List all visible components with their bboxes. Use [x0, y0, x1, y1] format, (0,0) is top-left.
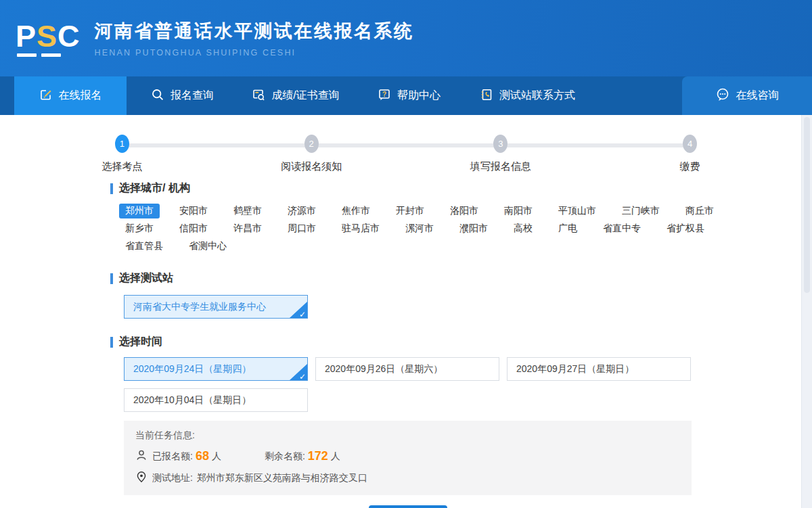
tab-label: 在线咨询 — [736, 89, 780, 103]
step-read-notice: 2 阅读报名须知 — [281, 135, 342, 173]
city-chip[interactable]: 漯河市 — [399, 221, 440, 236]
tab-label: 测试站联系方式 — [499, 89, 575, 103]
step-label: 阅读报名须知 — [281, 160, 342, 173]
tab-label: 报名查询 — [171, 89, 214, 103]
tab-help-center[interactable]: ? 帮助中心 — [353, 76, 465, 115]
step-number: 1 — [115, 135, 129, 153]
city-chip[interactable]: 省直中专 — [597, 221, 647, 236]
step-fill-info: 3 填写报名信息 — [470, 135, 531, 173]
time-slot-list: 2020年09月24日（星期四） ✓ 2020年09月26日（星期六） 2020… — [124, 357, 812, 412]
remaining-count: 172 — [308, 449, 328, 463]
city-chip[interactable]: 南阳市 — [498, 204, 539, 218]
city-chip[interactable]: 鹤壁市 — [227, 204, 268, 218]
city-chip[interactable]: 省扩权县 — [660, 221, 710, 236]
online-consult-button[interactable]: 在线咨询 — [682, 76, 812, 115]
tab-score-certificate-query[interactable]: 成绩/证书查询 — [238, 76, 353, 115]
city-chip[interactable]: 信阳市 — [173, 221, 214, 236]
city-chip[interactable]: 新乡市 — [119, 221, 160, 236]
scrollbar-thumb[interactable] — [804, 117, 810, 293]
time-slot-card[interactable]: 2020年09月26日（星期六） — [315, 357, 499, 381]
tab-test-station-contacts[interactable]: 测试站联系方式 — [465, 76, 590, 115]
person-icon — [135, 449, 152, 463]
city-chip[interactable]: 驻马店市 — [336, 221, 386, 236]
page-subtitle: HENAN PUTONGHUA SHUIPING CESHI — [95, 48, 414, 57]
step-number: 4 — [683, 135, 697, 153]
tab-label: 成绩/证书查询 — [271, 89, 339, 103]
remaining-label: 剩余名额: — [265, 451, 305, 463]
psc-logo: PSC — [16, 22, 81, 57]
step-label: 填写报名信息 — [470, 160, 531, 173]
address-value: 郑州市郑东新区义苑南路与相济路交叉口 — [197, 472, 367, 484]
city-chip[interactable]: 广电 — [552, 221, 583, 236]
station-card[interactable]: 河南省大中专学生就业服务中心 ✓ — [124, 295, 308, 319]
registered-unit: 人 — [212, 451, 221, 463]
section-accent-bar — [110, 273, 113, 284]
next-step-button[interactable]: 下一步 — [369, 505, 447, 508]
city-chip[interactable]: 许昌市 — [227, 221, 268, 236]
city-chip[interactable]: 高校 — [508, 221, 539, 236]
city-chip[interactable]: 商丘市 — [679, 204, 720, 218]
section-accent-bar — [110, 183, 113, 194]
city-chip[interactable]: 濮阳市 — [453, 221, 494, 236]
time-slot-card[interactable]: 2020年10月04日（星期日） — [124, 388, 308, 412]
city-row: 省直管县 省测中心 — [119, 237, 812, 255]
step-label: 选择考点 — [102, 160, 142, 173]
address-line: 测试地址: 郑州市郑东新区义苑南路与相济路交叉口 — [135, 471, 680, 485]
city-chip[interactable]: 三门峡市 — [616, 204, 666, 218]
time-slot-label: 2020年09月24日（星期四） — [133, 363, 251, 374]
city-row: 郑州市 安阳市 鹤壁市 济源市 焦作市 开封市 洛阳市 南阳市 平顶山市 三门峡… — [119, 202, 812, 220]
page-title: 河南省普通话水平测试在线报名系统 — [95, 19, 414, 43]
page-scrollbar[interactable] — [801, 115, 812, 508]
task-info-title: 当前任务信息: — [135, 430, 680, 442]
certificate-search-icon — [252, 88, 265, 104]
time-slot-card[interactable]: 2020年09月27日（星期日） — [507, 357, 691, 381]
city-chip[interactable]: 周口市 — [281, 221, 322, 236]
city-chip[interactable]: 平顶山市 — [552, 204, 602, 218]
next-button-wrap: 下一步 — [124, 505, 692, 508]
city-chip[interactable]: 开封市 — [390, 204, 430, 218]
time-slot-label: 2020年09月27日（星期日） — [516, 363, 634, 374]
nav-spacer — [590, 76, 682, 115]
station-name: 河南省大中专学生就业服务中心 — [133, 301, 266, 312]
edit-icon — [39, 88, 53, 104]
step-label: 缴费 — [680, 160, 700, 173]
header-titles: 河南省普通话水平测试在线报名系统 HENAN PUTONGHUA SHUIPIN… — [95, 19, 414, 57]
psc-logo-text: PSC — [16, 22, 81, 51]
logo-underline-bars — [17, 53, 61, 57]
quota-line: 已报名额: 68 人 剩余名额: 172 人 — [135, 449, 680, 463]
phonebook-icon — [480, 88, 493, 104]
tab-online-registration[interactable]: 在线报名 — [14, 76, 127, 115]
section-title: 选择测试站 — [119, 271, 173, 285]
tab-registration-query[interactable]: 报名查询 — [127, 76, 238, 115]
time-section-header: 选择时间 — [110, 335, 812, 349]
city-chip[interactable]: 安阳市 — [173, 204, 214, 218]
help-icon: ? — [378, 88, 391, 104]
tab-label: 在线报名 — [59, 89, 102, 103]
time-slot-label: 2020年10月04日（星期日） — [133, 394, 251, 405]
search-icon — [151, 88, 164, 104]
time-row: 2020年10月04日（星期日） — [124, 388, 812, 412]
city-list: 郑州市 安阳市 鹤壁市 济源市 焦作市 开封市 洛阳市 南阳市 平顶山市 三门峡… — [119, 202, 812, 255]
city-chip[interactable]: 省测中心 — [183, 239, 233, 254]
time-slot-card[interactable]: 2020年09月24日（星期四） ✓ — [124, 357, 308, 381]
city-chip[interactable]: 焦作市 — [336, 204, 376, 218]
city-chip[interactable]: 济源市 — [281, 204, 322, 218]
city-chip[interactable]: 省直管县 — [119, 239, 169, 254]
tab-label: 帮助中心 — [397, 89, 441, 103]
stepper-track — [120, 143, 692, 147]
current-task-info-box: 当前任务信息: 已报名额: 68 人 剩余名额: 172 人 测试地址: 郑州市… — [124, 421, 692, 495]
station-section-header: 选择测试站 — [110, 271, 812, 285]
svg-text:?: ? — [382, 90, 386, 97]
registered-label: 已报名额: — [152, 451, 193, 463]
city-chip[interactable]: 郑州市 — [119, 204, 160, 218]
address-label: 测试地址: — [152, 472, 193, 484]
city-row: 新乡市 信阳市 许昌市 周口市 驻马店市 漯河市 濮阳市 高校 广电 省直中专 … — [119, 220, 812, 237]
step-select-site: 1 选择考点 — [102, 135, 142, 173]
time-slot-label: 2020年09月26日（星期六） — [325, 363, 443, 374]
city-chip[interactable]: 洛阳市 — [444, 204, 484, 218]
app-header: PSC 河南省普通话水平测试在线报名系统 HENAN PUTONGHUA SHU… — [0, 0, 812, 76]
progress-stepper: 1 选择考点 2 阅读报名须知 3 填写报名信息 4 缴费 — [110, 133, 702, 179]
city-section-header: 选择城市/ 机构 — [110, 181, 812, 195]
step-number: 3 — [493, 135, 508, 153]
step-payment: 4 缴费 — [680, 135, 700, 173]
